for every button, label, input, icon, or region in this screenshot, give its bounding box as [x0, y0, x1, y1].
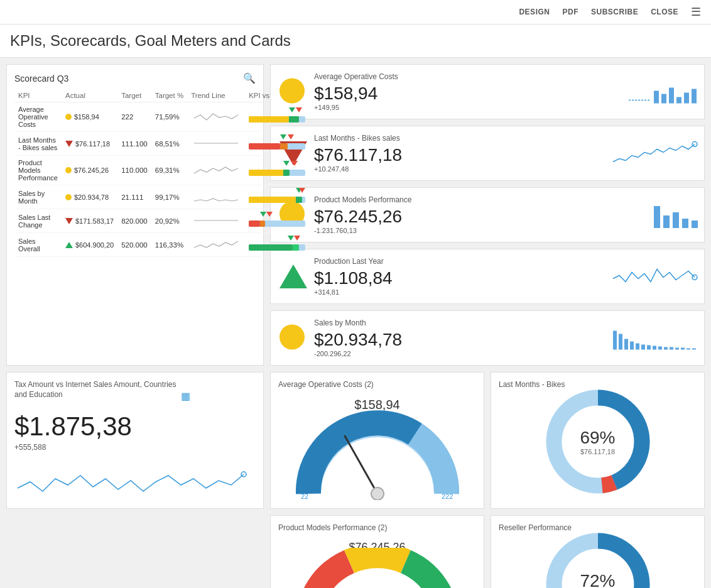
cell-target-pct: 69,31%	[151, 156, 187, 185]
cell-trend	[187, 102, 245, 132]
cell-trend	[187, 156, 245, 185]
sparkline-avg-operative	[622, 75, 698, 109]
cell-target-pct: 116,33%	[151, 233, 187, 257]
scorecard-table: KPI Actual Target Target % Trend Line KP…	[14, 89, 309, 257]
cell-target: 111.100	[117, 132, 151, 156]
large-card-title: Tax Amount vs Internet Sales Amount, Cou…	[14, 380, 190, 403]
cell-actual: $158,94	[62, 102, 117, 132]
cell-kpi: Average Operative Costs	[14, 102, 62, 132]
svg-rect-0	[654, 91, 659, 104]
svg-text:22: 22	[301, 493, 308, 500]
table-row: Last Months - Bikes sales $76.117,18 111…	[14, 132, 309, 156]
table-row: Sales by Month $20.934,78 21.111 99,17%	[14, 185, 309, 209]
svg-rect-22	[658, 347, 662, 350]
svg-rect-28	[692, 349, 696, 350]
svg-rect-11	[682, 219, 688, 228]
page-title: KPIs, Scorecards, Goal Meters and Cards	[0, 24, 711, 58]
cell-trend	[187, 209, 245, 233]
svg-rect-10	[673, 212, 679, 228]
scorecard-title: Scorecard Q3	[14, 74, 68, 84]
kpi-cards-column: Average Operative Costs $158,94 +149,95	[270, 64, 705, 366]
top-bar: DESIGN PDF SUBSCRIBE CLOSE ☰	[0, 0, 711, 24]
cell-target: 820.000	[117, 209, 151, 233]
cell-actual: $20.934,78	[62, 185, 117, 209]
large-card-tax: Tax Amount vs Internet Sales Amount, Cou…	[6, 372, 264, 509]
design-link[interactable]: DESIGN	[519, 8, 550, 16]
gauge-container-2: $76.245,26 56.000 110.000	[278, 535, 476, 588]
scorecard-header: Scorecard Q3 🔍	[14, 72, 256, 84]
svg-rect-1	[661, 94, 666, 104]
svg-line-32	[345, 436, 377, 494]
large-card-delta: +555,588	[14, 443, 256, 452]
kpi-card-production: Production Last Year $1.108,84 +314,81	[270, 249, 705, 304]
pdf-link[interactable]: PDF	[562, 8, 578, 16]
kpi-card-sales-month: Sales by Month $20.934,78 -200.296,22	[270, 310, 705, 366]
donut2-center: 72% $130,33	[580, 571, 615, 588]
sparkline-product-models	[622, 197, 698, 233]
scorecard-panel: Scorecard Q3 🔍 KPI Actual Target Target …	[6, 64, 264, 366]
table-row: Sales Last Change $171.583,17 820.000 20…	[14, 209, 309, 233]
sparkline-production	[610, 260, 698, 293]
large-card-sparkline	[14, 457, 247, 501]
search-icon[interactable]: 🔍	[243, 72, 256, 84]
table-row: Product Models Performance $76.245,26 11…	[14, 156, 309, 185]
col-target: Target	[117, 89, 151, 102]
donut1-val: $76.117,18	[580, 448, 615, 455]
svg-rect-15	[619, 334, 622, 350]
cell-kpi: Last Months - Bikes sales	[14, 132, 62, 156]
svg-rect-16	[624, 339, 628, 350]
svg-rect-8	[654, 206, 660, 228]
svg-rect-2	[669, 88, 674, 104]
svg-rect-17	[630, 342, 634, 350]
svg-rect-14	[613, 331, 617, 350]
svg-rect-23	[664, 347, 668, 350]
svg-rect-24	[670, 347, 673, 350]
sparkline-last-months	[610, 137, 698, 170]
close-link[interactable]: CLOSE	[651, 8, 678, 16]
cell-trend	[187, 185, 245, 209]
svg-rect-25	[675, 348, 679, 350]
donut-panel-1: Last Months - Bikes 69% $76.117,18	[491, 372, 705, 509]
svg-rect-26	[681, 348, 685, 350]
cell-trend	[187, 132, 245, 156]
cell-trend	[187, 233, 245, 257]
subscribe-link[interactable]: SUBSCRIBE	[591, 8, 638, 16]
cell-target: 110.000	[117, 156, 151, 185]
kpi-card-product-models: Product Models Performance $76.245,26 -1…	[270, 187, 705, 242]
svg-rect-18	[636, 344, 639, 350]
col-kpi: KPI	[14, 89, 62, 102]
cell-kpi: Sales Last Change	[14, 209, 62, 233]
cell-target-pct: 20,92%	[151, 209, 187, 233]
cell-actual: $171.583,17	[62, 209, 117, 233]
svg-rect-5	[692, 89, 697, 104]
svg-text:222: 222	[442, 493, 453, 500]
card-icon-circle3	[280, 325, 305, 352]
gauge2-title: Product Models Performance (2)	[278, 523, 476, 532]
sparkline-sales-month	[610, 322, 698, 355]
donut-chart-2: 72% $130,33	[499, 535, 697, 588]
settings-icon[interactable]: ☰	[691, 5, 701, 19]
cell-target: 21.111	[117, 185, 151, 209]
donut1-center: 69% $76.117,18	[580, 428, 615, 455]
kpi-card-avg-operative: Average Operative Costs $158,94 +149,95	[270, 64, 705, 119]
donut-chart-1: 69% $76.117,18	[499, 391, 697, 492]
table-row: Sales Overall $604.900,20 520.000 116,33…	[14, 233, 309, 257]
cell-target: 222	[117, 102, 151, 132]
svg-point-33	[371, 487, 384, 500]
svg-rect-27	[687, 349, 690, 350]
large-card-value: $1.875,38	[14, 411, 256, 442]
svg-rect-3	[676, 97, 681, 104]
kpi-card-last-months: Last Months - Bikes sales $76.117,18 +10…	[270, 126, 705, 181]
table-row: Average Operative Costs $158,94 222 71,5…	[14, 102, 309, 132]
svg-rect-9	[663, 215, 670, 228]
grid-icon[interactable]: ▦	[181, 390, 190, 403]
cell-kpi: Product Models Performance	[14, 156, 62, 185]
svg-rect-20	[647, 346, 651, 350]
gauge-panel-1: Average Operative Costs (2) $158,94 22 2…	[270, 372, 484, 509]
gauge1-title: Average Operative Costs (2)	[278, 380, 476, 389]
cell-target-pct: 71,59%	[151, 102, 187, 132]
col-target-pct: Target %	[151, 89, 187, 102]
card-icon-circle	[280, 79, 305, 106]
svg-rect-19	[641, 345, 645, 350]
cell-actual: $76.245,26	[62, 156, 117, 185]
